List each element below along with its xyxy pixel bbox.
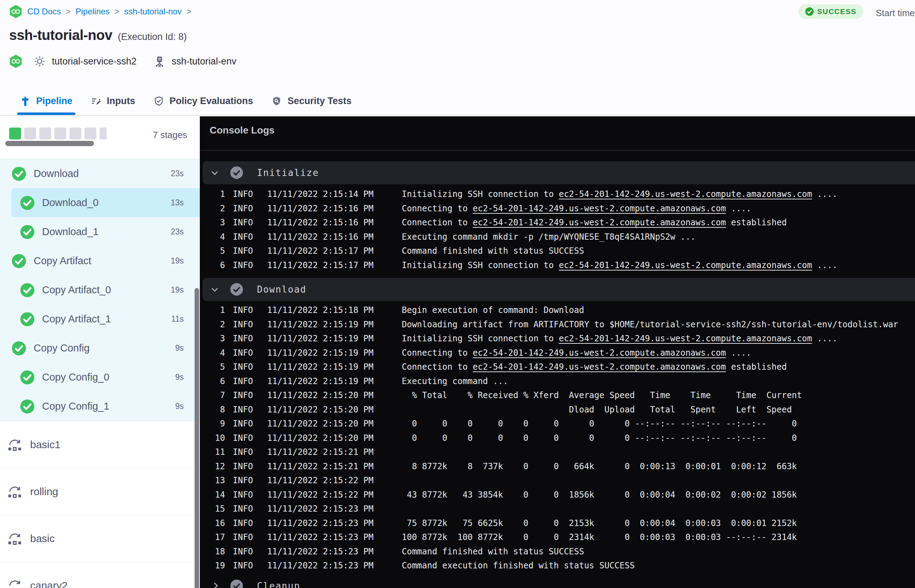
log-line-number: 2: [200, 204, 225, 213]
log-line-number: 2: [200, 320, 225, 330]
log-line: 5INFO11/11/2022 2:15:17 PMCommand finish…: [200, 244, 915, 258]
stage-duration: 13s: [171, 198, 184, 207]
log-message: Executing command mkdir -p /tmp/WYQNESE_…: [402, 232, 695, 242]
status-badge: SUCCESS: [798, 4, 863, 19]
pipeline-item-canary2[interactable]: canary2: [0, 562, 200, 588]
log-message: 0 0 0 0 0 0 0 0 --:--:-- --:--:-- --:--:…: [402, 433, 797, 443]
chevron-down-icon[interactable]: [212, 285, 218, 292]
log-sections: Initialize1INFO11/11/2022 2:15:14 PMInit…: [200, 161, 915, 588]
log-line: 8INFO11/11/2022 2:15:20 PM Dload Upload …: [200, 403, 915, 417]
log-line: 4INFO11/11/2022 2:15:16 PMExecuting comm…: [200, 230, 915, 244]
chevron-down-icon[interactable]: [212, 168, 218, 175]
host-link[interactable]: ec2-54-201-142-249.us-west-2.compute.ama…: [472, 362, 726, 372]
horizontal-scrollbar[interactable]: [5, 141, 94, 146]
status-check-icon: [230, 580, 243, 588]
log-level: INFO: [233, 547, 258, 556]
stage-duration: 19s: [171, 256, 184, 266]
log-timestamp: 11/11/2022 2:15:17 PM: [267, 260, 374, 270]
stage-duration: 9s: [175, 373, 184, 382]
console-logs-panel: Console Logs Initialize1INFO11/11/2022 2…: [200, 116, 915, 588]
stage-row-download-1[interactable]: Download_123s: [0, 217, 200, 246]
host-link[interactable]: ec2-54-201-142-249.us-west-2.compute.ama…: [472, 348, 726, 358]
tab-label: Inputs: [107, 96, 135, 107]
log-timestamp: 11/11/2022 2:15:19 PM: [267, 348, 374, 358]
log-level: INFO: [233, 334, 258, 343]
status-check-icon: [230, 283, 243, 296]
log-section-download[interactable]: Download: [203, 278, 915, 301]
host-link[interactable]: ec2-54-201-142-249.us-west-2.compute.ama…: [559, 334, 812, 343]
success-check-icon: [12, 254, 26, 268]
log-line: 3INFO11/11/2022 2:15:16 PMConnection to …: [200, 215, 915, 230]
log-timestamp: 11/11/2022 2:15:23 PM: [267, 532, 374, 542]
host-link[interactable]: ec2-54-201-142-249.us-west-2.compute.ama…: [559, 189, 812, 199]
stage-progress-segments: [9, 128, 107, 139]
log-level: INFO: [233, 204, 258, 213]
harness-logo-icon: [9, 5, 23, 18]
log-timestamp: 11/11/2022 2:15:23 PM: [267, 547, 374, 556]
pipeline-item-basic1[interactable]: basic1: [0, 421, 200, 468]
log-section-cleanup[interactable]: Cleanup: [203, 574, 915, 588]
log-message: % Total % Received % Xferd Average Speed…: [402, 390, 802, 400]
stages-count: 7 stages: [153, 130, 187, 141]
log-line-number: 8: [200, 405, 225, 415]
stage-row-copy-artifact-1[interactable]: Copy Artifact_111s: [0, 305, 200, 334]
success-check-icon: [805, 7, 814, 16]
breadcrumb-link-ssh-tutorial-nov[interactable]: ssh-tutorial-nov: [124, 6, 182, 16]
pipeline-item-basic[interactable]: basic: [0, 515, 200, 562]
success-check-icon: [20, 196, 34, 210]
log-level: INFO: [233, 305, 258, 315]
stage-row-copy-artifact[interactable]: Copy Artifact19s: [0, 246, 200, 275]
log-line-number: 14: [200, 490, 225, 500]
breadcrumb: CD Docs>Pipelines>ssh-tutorial-nov>: [9, 5, 191, 18]
vertical-scrollbar[interactable]: [194, 288, 199, 588]
log-message: Executing command ...: [402, 376, 508, 386]
service-link[interactable]: tutorial-service-ssh2: [34, 55, 137, 67]
breadcrumb-items: CD Docs>Pipelines>ssh-tutorial-nov>: [23, 6, 191, 16]
log-section-title: Cleanup: [257, 581, 301, 588]
stage-row-copy-config[interactable]: Copy Config9s: [0, 334, 200, 363]
host-link[interactable]: ec2-54-201-142-249.us-west-2.compute.ama…: [559, 260, 812, 270]
stage-label: Copy Artifact_1: [42, 313, 111, 325]
host-link[interactable]: ec2-54-201-142-249.us-west-2.compute.ama…: [472, 218, 726, 228]
host-link[interactable]: ec2-54-201-142-249.us-west-2.compute.ama…: [472, 204, 726, 213]
stage-segment-2: [24, 128, 36, 139]
log-message: 8 8772k 8 737k 0 0 664k 0 0:00:13 0:00:0…: [402, 462, 797, 471]
log-line-number: 3: [200, 218, 225, 228]
log-level: INFO: [233, 320, 258, 330]
tab-policy-evaluations[interactable]: Policy Evaluations: [154, 96, 254, 115]
success-check-icon: [12, 341, 26, 355]
log-section-initialize[interactable]: Initialize: [203, 161, 915, 184]
success-check-icon: [20, 370, 34, 384]
log-message: Dload Upload Total Spent Left Speed: [402, 405, 792, 415]
tab-pipeline[interactable]: Pipeline: [20, 96, 73, 115]
stage-row-download-0[interactable]: Download_013s: [11, 188, 200, 217]
tab-security-tests[interactable]: Security Tests: [272, 96, 352, 115]
chevron-right-icon[interactable]: [212, 582, 218, 588]
log-level: INFO: [233, 518, 258, 528]
stage-row-download[interactable]: Download23s: [0, 159, 200, 188]
log-level: INFO: [233, 260, 258, 270]
stage-label: Copy Config_1: [42, 401, 109, 412]
stage-row-copy-config-1[interactable]: Copy Config_19s: [0, 392, 200, 421]
log-line: 2INFO11/11/2022 2:15:16 PMConnecting to …: [200, 202, 915, 216]
log-message: 75 8772k 75 6625k 0 0 2153k 0 0:00:04 0:…: [402, 518, 797, 528]
log-level: INFO: [233, 348, 258, 358]
log-line: 2INFO11/11/2022 2:15:19 PMDownloading ar…: [200, 317, 915, 332]
breadcrumb-link-pipelines[interactable]: Pipelines: [75, 6, 109, 16]
log-message: Command finished with status SUCCESS: [402, 246, 584, 256]
stage-segment-5: [70, 128, 81, 139]
log-line: 7INFO11/11/2022 2:15:20 PM % Total % Rec…: [200, 388, 915, 403]
stage-row-copy-config-0[interactable]: Copy Config_09s: [0, 363, 200, 392]
log-line: 17INFO11/11/2022 2:15:23 PM100 8772k 100…: [200, 530, 915, 544]
log-line: 1INFO11/11/2022 2:15:14 PMInitializing S…: [200, 187, 915, 202]
breadcrumb-link-cd-docs[interactable]: CD Docs: [27, 6, 61, 16]
log-message: 43 8772k 43 3854k 0 0 1856k 0 0:00:04 0:…: [402, 490, 797, 500]
security-tests-icon: [272, 96, 282, 107]
environment-name: ssh-tutorial-env: [172, 56, 237, 67]
environment-link[interactable]: ssh-tutorial-env: [154, 55, 237, 67]
stage-label: Copy Config: [34, 342, 90, 354]
pipeline-item-rolling[interactable]: rolling: [0, 468, 200, 515]
stage-row-copy-artifact-0[interactable]: Copy Artifact_019s: [0, 275, 200, 305]
log-line: 15INFO11/11/2022 2:15:23 PM: [200, 502, 915, 516]
tab-inputs[interactable]: Inputs: [91, 96, 135, 115]
